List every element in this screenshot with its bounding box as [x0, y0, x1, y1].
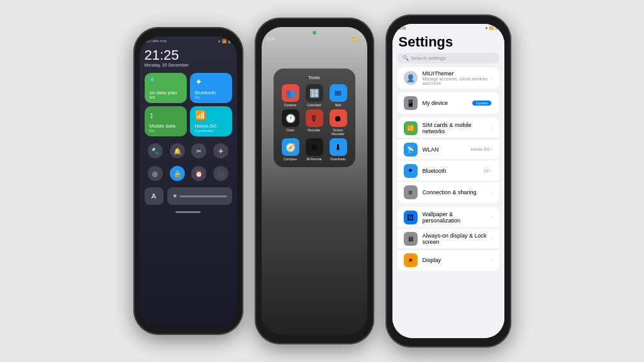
cc-location-btn[interactable]: ◎ — [148, 166, 163, 181]
display-item[interactable]: ☀ Display › — [397, 250, 499, 271]
recorder-icon: 🎙 — [306, 109, 323, 127]
sim-icon: 📶 — [404, 121, 418, 135]
home-screen: 21:25 📶 🔋 Tools 👥 Contacts 🔢 Calculator … — [262, 27, 367, 335]
cc-tile-wifi[interactable]: 📶 Home-5G Connected — [190, 106, 232, 136]
cc-tile-mobile-label: Mobile data — [150, 123, 182, 129]
app-recorder[interactable]: 🎙 Recorder — [304, 109, 325, 136]
cc-airplane-btn[interactable]: ✈ — [213, 143, 228, 158]
brightness-icon: ☀ — [172, 193, 177, 199]
cc-tile-mobile-sub: On — [150, 129, 182, 133]
display-content: Display — [423, 257, 491, 263]
my-device-chevron: › — [491, 101, 493, 106]
mail-icon: ✉ — [330, 84, 347, 102]
settings-status-bar: 21:25 ✦ 📶 🔋 — [392, 24, 504, 30]
wlan-item[interactable]: 📡 WLAN Home-5G › — [397, 139, 499, 160]
settings-search-bar[interactable]: 🔍 Search settings — [397, 53, 499, 63]
app-downloads[interactable]: ⬇ Downloads — [328, 138, 349, 161]
cc-flashlight-btn[interactable]: 🔦 — [148, 143, 163, 158]
sim-chevron: › — [491, 125, 493, 131]
account-item[interactable]: 👤 MIUIThemer Manage accounts, cloud serv… — [397, 67, 499, 89]
cc-tile-data-sub: MB — [150, 96, 182, 99]
account-chevron: › — [491, 75, 493, 81]
cc-tile-data-icon: 💧 — [150, 77, 182, 82]
aod-item[interactable]: 🖥 Always-on display & Lock screen › — [397, 228, 499, 250]
contacts-icon: 👥 — [282, 84, 299, 102]
settings-screen: 21:25 ✦ 📶 🔋 Settings 🔍 Search settings 👤… — [392, 24, 504, 338]
cc-tile-data[interactable]: 💧 on data plan MB — [145, 73, 187, 103]
my-device-item[interactable]: 📱 My device Update › — [397, 92, 499, 114]
phone-control-center: ncy calls only ✦ 📶 🔋 21:25 Monday, 30 De… — [133, 27, 243, 335]
home-time: 21:25 — [267, 37, 275, 41]
my-device-icon: 📱 — [404, 96, 418, 110]
wallpaper-icon: 🖼 — [404, 211, 418, 224]
bt-label: Bluetooth — [423, 168, 484, 174]
cc-date: Monday, 30 December — [145, 63, 232, 67]
wlan-chevron: › — [491, 146, 493, 152]
home-status-icons: 📶 🔋 — [352, 37, 362, 41]
wallpaper-item[interactable]: 🖼 Wallpaper & personalization › — [397, 207, 499, 228]
screen-recorder-icon: ⏺ — [330, 109, 347, 127]
cc-icon-row-1: 🔦 🔔 ✂ ✈ — [140, 140, 237, 162]
app-screen-recorder[interactable]: ⏺ Screen Recorder — [328, 109, 349, 136]
sim-label: SIM cards & mobile networks — [423, 122, 491, 134]
cc-tile-data-label: on data plan — [150, 90, 182, 96]
cc-icon-row-2: ◎ 🔒 ⏰ 🎥 — [140, 162, 237, 185]
app-mail[interactable]: ✉ Mail — [328, 84, 349, 107]
display-icon: ☀ — [404, 253, 418, 267]
cc-tile-wifi-label: Home-5G — [195, 123, 227, 129]
wlan-content: WLAN — [423, 146, 471, 153]
app-clock[interactable]: 🕐 Clock — [280, 109, 301, 136]
search-icon: 🔍 — [402, 55, 409, 61]
display-label: Display — [423, 257, 491, 263]
settings-time: 21:25 — [397, 26, 406, 30]
bt-value: On — [484, 168, 489, 173]
wallpaper-label: Wallpaper & personalization — [423, 211, 491, 224]
sim-content: SIM cards & mobile networks — [423, 122, 491, 134]
cc-tile-bt-sub: On — [195, 96, 227, 99]
cc-clock-btn[interactable]: ⏰ — [191, 166, 206, 181]
app-calculator[interactable]: 🔢 Calculator — [304, 84, 325, 107]
bluetooth-item[interactable]: ✦ Bluetooth On › — [397, 160, 499, 182]
connection-label: Connection & sharing — [423, 189, 491, 195]
compass-icon: 🧭 — [282, 138, 299, 156]
cc-bell-btn[interactable]: 🔔 — [170, 143, 185, 158]
cc-brightness-control[interactable]: ☀ — [167, 187, 232, 205]
contacts-label: Contacts — [284, 103, 297, 107]
mi-remote-icon: ⚙ — [306, 138, 323, 156]
home-indicator-1 — [175, 211, 201, 213]
home-status-bar: 21:25 📶 🔋 — [262, 35, 367, 43]
cc-lock-btn[interactable]: 🔒 — [170, 166, 185, 181]
clock-label: Clock — [286, 128, 294, 132]
cc-time: 21:25 — [145, 48, 232, 62]
status-icons: ✦ 📶 🔋 — [218, 39, 231, 43]
mail-label: Mail — [335, 103, 341, 107]
cc-a-button[interactable]: A — [145, 187, 164, 205]
aod-content: Always-on display & Lock screen — [423, 233, 491, 245]
tools-folder[interactable]: Tools 👥 Contacts 🔢 Calculator ✉ Mail — [274, 69, 355, 167]
wlan-label: WLAN — [423, 146, 471, 153]
calculator-icon: 🔢 — [306, 84, 323, 102]
account-section: 👤 MIUIThemer Manage accounts, cloud serv… — [397, 67, 499, 89]
clock-icon: 🕐 — [282, 109, 299, 127]
wifi-icon: 📶 — [195, 110, 227, 120]
downloads-icon: ⬇ — [330, 138, 347, 156]
recorder-label: Recorder — [308, 128, 321, 132]
cc-scissors-btn[interactable]: ✂ — [191, 143, 206, 158]
app-contacts[interactable]: 👥 Contacts — [280, 84, 301, 107]
cc-tile-bt-label: Bluetooth — [195, 90, 227, 96]
connection-item[interactable]: ≡ Connection & sharing › — [397, 182, 499, 203]
mobile-data-icon: ↕ — [150, 110, 182, 120]
mi-remote-label: Mi Remote — [306, 157, 321, 161]
cc-tile-bluetooth[interactable]: ✦ Bluetooth On — [190, 73, 232, 103]
cc-video-btn[interactable]: 🎥 — [213, 166, 228, 181]
status-signal: ncy calls only — [145, 39, 167, 43]
app-compass[interactable]: 🧭 Compass — [280, 138, 301, 161]
app-mi-remote[interactable]: ⚙ Mi Remote — [304, 138, 325, 161]
cc-tile-mobile[interactable]: ↕ Mobile data On — [145, 106, 187, 136]
compass-label: Compass — [284, 157, 297, 161]
aod-chevron: › — [491, 236, 493, 241]
sim-item[interactable]: 📶 SIM cards & mobile networks › — [397, 118, 499, 139]
update-badge: Update — [472, 101, 491, 106]
cc-tile-grid: 💧 on data plan MB ✦ Bluetooth On ↕ Mobil… — [140, 70, 237, 140]
phone-home-screen: 21:25 📶 🔋 Tools 👥 Contacts 🔢 Calculator … — [255, 18, 374, 344]
